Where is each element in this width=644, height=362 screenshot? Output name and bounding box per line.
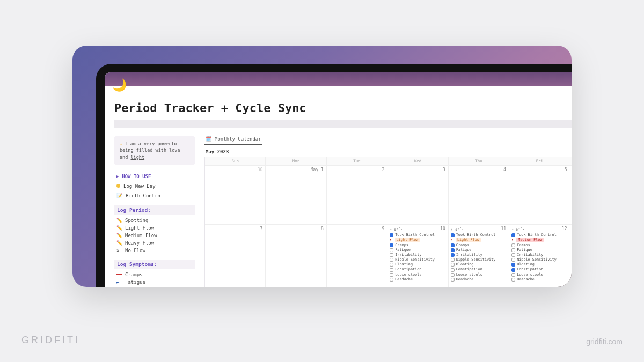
note-icon: 📝 <box>116 193 122 198</box>
entry-bc[interactable]: Took Birth Control <box>511 233 567 238</box>
entry-symptom[interactable]: Irritability <box>451 253 507 257</box>
entry-symptom[interactable]: Constipation <box>511 267 567 272</box>
entry-symptom[interactable]: Bloating <box>511 262 567 267</box>
flag-icon: ► <box>116 279 122 285</box>
view-tab-monthly[interactable]: 🗓️ Monthly Calendar <box>204 136 262 145</box>
entry-symptom[interactable]: Headache <box>390 277 445 282</box>
day-cell[interactable]: 8 <box>266 224 326 287</box>
checkbox-icon <box>451 253 455 257</box>
entry-title: ✧ ๑⁺˚· <box>390 226 445 232</box>
heading-log-symptoms: Log Symptoms: <box>114 260 195 269</box>
nav-label: HOW TO USE <box>122 174 151 179</box>
entry-symptom[interactable]: Fatigue <box>390 248 445 253</box>
period-none[interactable]: ✕No Flow <box>114 247 195 254</box>
day-cell[interactable]: 6 <box>570 165 572 224</box>
checkbox-icon <box>451 243 455 247</box>
checkbox-icon <box>511 273 515 277</box>
entry-symptom[interactable]: Fatigue <box>451 248 507 253</box>
dow-row: Sun Mon Tue Wed Thu Fri Sat <box>205 157 572 165</box>
day-cell[interactable]: 30 <box>205 165 266 224</box>
day-cell[interactable]: 7 <box>205 224 266 287</box>
day-number: 12 <box>562 226 567 231</box>
sidebar: ✦I am a very powerful being filled with … <box>114 136 195 287</box>
period-spotting[interactable]: ✏️Spotting <box>114 217 195 224</box>
entry-symptom[interactable]: Loose stools <box>390 272 445 277</box>
nav-label: Log New Day <box>123 183 156 189</box>
checkbox-icon <box>511 248 515 252</box>
entry-title: ✧ ๑⁺˚· <box>451 226 507 232</box>
entry-symptom[interactable]: Loose stools <box>451 272 507 277</box>
entry-symptom[interactable]: Constipation <box>451 267 507 272</box>
entry-symptom[interactable]: Nipple Sensitivity <box>451 257 507 262</box>
callout-text: I am a very powerful being filled with l… <box>120 141 180 160</box>
period-medium[interactable]: ✏️Medium Flow <box>114 232 195 239</box>
checkbox-icon <box>451 273 455 277</box>
day-cell-10[interactable]: 10✧ ๑⁺˚·Took Birth Control▸Light FlowCra… <box>387 224 448 287</box>
screenshot-frame: 🌙 Period Tracker + Cycle Sync ✦I am a ve… <box>72 46 572 287</box>
checkbox-icon <box>451 233 455 237</box>
entry-bc[interactable]: Took Birth Control <box>390 233 445 238</box>
wave-icon <box>116 274 122 275</box>
entry-flow[interactable]: ▸Light Flow <box>390 238 445 242</box>
day-cell-11[interactable]: 11✧ ๑⁺˚·Took Birth Control▸Light FlowCra… <box>449 224 509 287</box>
checkbox-icon <box>390 258 393 262</box>
nav-birth-control[interactable]: 📝 Birth Control <box>114 191 195 200</box>
entry-symptom[interactable]: Irritability <box>390 253 445 257</box>
checkbox-icon <box>390 278 393 282</box>
entry-flow[interactable]: ▸Medium Flow <box>511 238 567 242</box>
affirmation-callout: ✦I am a very powerful being filled with … <box>114 136 195 165</box>
period-heavy[interactable]: ✏️Heavy Flow <box>114 239 195 247</box>
entry-symptom[interactable]: Headache <box>451 277 507 282</box>
day-cell-13[interactable]: 13✧ ๑⁺˚·Took Birth Control▸Medium FlowCr… <box>570 224 572 287</box>
dow-thu: Thu <box>449 157 509 165</box>
checkbox-icon <box>511 243 515 247</box>
entry-flow[interactable]: ▸Light Flow <box>451 238 507 242</box>
day-cell-12[interactable]: 12✧ ๑⁺˚·Took Birth Control▸Medium FlowCr… <box>509 224 570 287</box>
day-cell[interactable]: 2 <box>327 165 387 224</box>
entry-symptom[interactable]: Bloating <box>451 262 507 267</box>
sparkle-icon: ✦ <box>120 141 122 146</box>
nav-how-to-use[interactable]: ▶ HOW TO USE <box>114 172 195 181</box>
divider-bar <box>114 120 572 128</box>
view-label: Monthly Calendar <box>215 136 261 142</box>
week-row-1: 30 May 1 2 3 4 5 6 <box>205 165 572 224</box>
entry-symptom[interactable]: Cramps <box>390 243 445 248</box>
checkbox-icon <box>511 253 515 257</box>
symptom-irritability[interactable]: ⬤Irritability <box>114 286 195 287</box>
item-label: Medium Flow <box>125 233 157 238</box>
nav-log-new-day[interactable]: Log New Day <box>114 182 195 190</box>
calendar-icon: 🗓️ <box>206 136 211 142</box>
entry-bc[interactable]: Took Birth Control <box>451 233 507 238</box>
tablet-bezel: 🌙 Period Tracker + Cycle Sync ✦I am a ve… <box>96 64 572 287</box>
entry-symptom[interactable]: Fatigue <box>511 248 567 253</box>
day-cell[interactable]: 4 <box>449 165 509 224</box>
day-cell[interactable]: 3 <box>387 165 448 224</box>
entry-symptom[interactable]: Cramps <box>451 243 507 248</box>
day-cell[interactable]: 9 <box>327 224 387 287</box>
triangle-icon: ▶ <box>116 174 119 179</box>
period-light[interactable]: ✏️Light Flow <box>114 224 195 232</box>
symptom-fatigue[interactable]: ►Fatigue <box>114 278 195 286</box>
entry-symptom[interactable]: Nipple Sensitivity <box>511 257 567 262</box>
item-label: Heavy Flow <box>125 240 154 246</box>
entry-symptom[interactable]: Headache <box>511 277 567 282</box>
checkbox-icon <box>511 263 515 267</box>
entry-symptom[interactable]: Nipple Sensitivity <box>390 257 445 262</box>
day-number: 9 <box>382 226 384 231</box>
dot-icon <box>116 184 120 188</box>
callout-underline: light <box>130 154 144 160</box>
entry-symptom[interactable]: Loose stools <box>511 272 567 277</box>
entry-symptom[interactable]: Irritability <box>511 253 567 257</box>
entry-symptom[interactable]: Constipation <box>390 267 445 272</box>
x-icon: ✕ <box>116 248 122 253</box>
entry-symptom[interactable]: Bloating <box>390 262 445 267</box>
calendar-grid: Sun Mon Tue Wed Thu Fri Sat 30 <box>204 157 572 287</box>
day-cell[interactable]: 5 <box>509 165 570 224</box>
symptom-cramps[interactable]: Cramps <box>114 271 195 278</box>
heading-log-period: Log Period: <box>114 205 195 215</box>
entry-symptom[interactable]: Cramps <box>511 243 567 248</box>
day-cell[interactable]: May 1 <box>266 165 326 224</box>
day-number: 3 <box>443 167 445 172</box>
app-screen: 🌙 Period Tracker + Cycle Sync ✦I am a ve… <box>105 72 572 287</box>
pencil-icon: ✏️ <box>116 233 122 238</box>
